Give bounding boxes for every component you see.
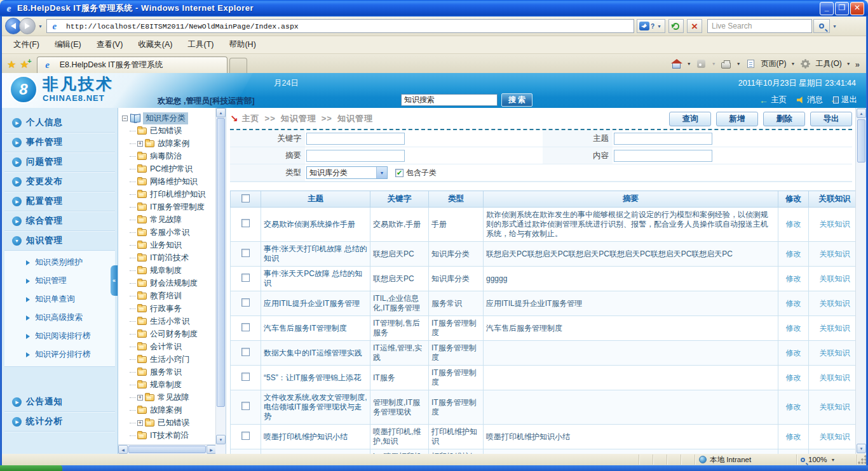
related-knowledge-link[interactable]: 关联知识	[820, 274, 850, 283]
topic-link[interactable]: 汽车售后服务IT管理制度	[264, 324, 347, 333]
collapse-icon[interactable]: −	[122, 116, 128, 121]
tree-node[interactable]: 病毒防治	[130, 150, 215, 163]
expand-icon[interactable]: +	[137, 420, 143, 426]
feeds-button[interactable]	[696, 59, 707, 69]
tree-node[interactable]: 财会法规制度	[130, 277, 215, 289]
menu-item[interactable]: 查看(V)	[90, 37, 130, 52]
expand-icon[interactable]: +	[137, 395, 143, 401]
favorites-center-icon[interactable]: ★	[7, 60, 16, 70]
minimize-button[interactable]: _	[820, 2, 834, 15]
topic-link[interactable]: 文件收发系统,收发文管理制度,电信领域IT服务管理现状与走势	[264, 393, 367, 421]
sidebar-subitem[interactable]: 知识阅读排行榜	[4, 327, 115, 345]
tree-node[interactable]: 常见故障	[130, 213, 215, 226]
modify-link[interactable]: 修改	[786, 220, 801, 229]
page-menu-dropdown[interactable]: ▼	[791, 62, 796, 66]
breadcrumb-item[interactable]: 知识管理	[337, 114, 373, 123]
sidebar-item[interactable]: 个人信息	[4, 113, 115, 133]
topic-link[interactable]: 喷墨打印机维护知识小结	[264, 432, 348, 441]
topic-link[interactable]: 交易欺诈侦测系统操作手册	[264, 220, 355, 229]
row-checkbox[interactable]	[241, 373, 250, 381]
address-field[interactable]: e http://localhost/E8ITSM2011/NewOldMain…	[46, 19, 634, 33]
tree-scroll-thumb[interactable]	[217, 118, 225, 407]
breadcrumb-item[interactable]: 知识管理	[281, 114, 316, 123]
topic-link[interactable]: 事件:张天天打印机故障 总结的知识	[264, 244, 367, 263]
scroll-down-icon[interactable]: ▼	[216, 435, 226, 444]
keyword-input[interactable]	[306, 133, 405, 145]
history-dropdown[interactable]: ▼	[38, 24, 43, 29]
sidebar-item[interactable]: 知识管理	[4, 231, 115, 251]
tree-vertical-scrollbar[interactable]: ▲ ▼	[215, 108, 226, 444]
tree-node[interactable]: 服务常识	[130, 366, 215, 378]
menu-item[interactable]: 工具(T)	[181, 37, 220, 52]
tree-node[interactable]: PC维护常识	[130, 163, 215, 175]
modify-link[interactable]: 修改	[786, 373, 801, 382]
col-summary[interactable]: 摘要	[484, 191, 778, 208]
new-tab-button[interactable]	[229, 58, 247, 73]
summary-input[interactable]	[306, 150, 405, 162]
tools-menu-button[interactable]	[800, 59, 811, 69]
tools-menu-dropdown[interactable]: ▼	[846, 62, 851, 66]
sidebar-item[interactable]: 问题管理	[4, 152, 115, 172]
related-knowledge-link[interactable]: 关联知识	[820, 373, 850, 382]
sidebar-item[interactable]: 统计分析	[4, 412, 115, 432]
tree-hscroll-thumb[interactable]	[128, 446, 206, 453]
row-checkbox[interactable]	[241, 402, 250, 410]
topic-link[interactable]: 应用ITIL提升企业IT服务管理	[264, 299, 360, 308]
menu-item[interactable]: 编辑(E)	[48, 37, 88, 52]
modify-link[interactable]: 修改	[786, 274, 801, 283]
tree-node[interactable]: 生活小常识	[130, 315, 215, 328]
tree-node[interactable]: 故障案例	[130, 404, 215, 416]
sidebar-subitem[interactable]: 知识高级搜索	[4, 308, 115, 327]
col-type[interactable]: 类型	[429, 191, 484, 208]
sidebar-item[interactable]: 配置管理	[4, 192, 115, 211]
modify-link[interactable]: 修改	[786, 432, 801, 441]
knowledge-search-button[interactable]: 搜 索	[501, 93, 532, 107]
breadcrumb-item[interactable]: 主页	[242, 114, 260, 123]
col-topic[interactable]: 主题	[261, 191, 370, 208]
zoom-control[interactable]: 100% ▼	[797, 454, 857, 465]
modify-link[interactable]: 修改	[786, 348, 801, 357]
header-link-home-arrow[interactable]: ←主页	[759, 95, 787, 105]
start-button-edge[interactable]	[0, 465, 62, 471]
row-checkbox[interactable]	[241, 432, 250, 440]
tree-node[interactable]: 行政事务	[130, 302, 215, 315]
tree-node[interactable]: +故障案例	[130, 137, 215, 150]
sidebar-subitem[interactable]: 知识评分排行榜	[4, 345, 115, 364]
content-input[interactable]	[614, 150, 712, 162]
related-knowledge-link[interactable]: 关联知识	[820, 348, 850, 357]
refresh-button[interactable]	[668, 19, 684, 33]
delete-button[interactable]: 删除	[763, 112, 805, 126]
menu-item[interactable]: 文件(F)	[7, 37, 46, 52]
sidebar-item[interactable]: 公告通知	[4, 392, 115, 412]
topic-input[interactable]	[614, 133, 712, 145]
add-favorite-icon[interactable]: ★	[20, 60, 29, 70]
row-checkbox[interactable]	[241, 323, 250, 331]
print-dropdown[interactable]: ▼	[736, 62, 741, 66]
modify-link[interactable]: 修改	[786, 324, 801, 333]
tree-node[interactable]: 业务知识	[130, 239, 215, 251]
col-keyword[interactable]: 关键字	[370, 191, 429, 208]
live-search-input[interactable]: Live Search	[707, 19, 812, 33]
scroll-right-icon[interactable]: ▶	[207, 445, 216, 454]
export-button[interactable]: 导出	[810, 112, 852, 126]
tree-node[interactable]: 网络维护知识	[130, 175, 215, 188]
tree-node[interactable]: 打印机维护知识	[130, 188, 215, 201]
row-checkbox[interactable]	[241, 249, 250, 257]
print-button[interactable]	[721, 59, 732, 69]
topic-link[interactable]: 数据大集中的IT运维管理实践	[264, 348, 362, 357]
tree-node[interactable]: +常见故障	[130, 391, 215, 404]
tree-node[interactable]: IT前沿技术	[130, 251, 215, 264]
row-checkbox[interactable]	[241, 274, 250, 282]
modify-link[interactable]: 修改	[786, 249, 801, 258]
expand-icon[interactable]: +	[137, 141, 143, 147]
main-vertical-scrollbar[interactable]: ▲ ▼	[855, 108, 866, 454]
header-link-exit-door[interactable]: 退出	[833, 95, 857, 105]
security-report-button[interactable]: ? ▼	[637, 19, 665, 33]
menu-item[interactable]: 帮助(H)	[222, 37, 262, 52]
home-button[interactable]	[671, 59, 682, 69]
search-go-button[interactable]	[813, 19, 830, 33]
related-knowledge-link[interactable]: 关联知识	[820, 324, 850, 333]
modify-link[interactable]: 修改	[786, 402, 801, 411]
select-all-checkbox[interactable]	[241, 194, 250, 202]
tree-horizontal-scrollbar[interactable]: ◀ ▶	[118, 444, 216, 454]
